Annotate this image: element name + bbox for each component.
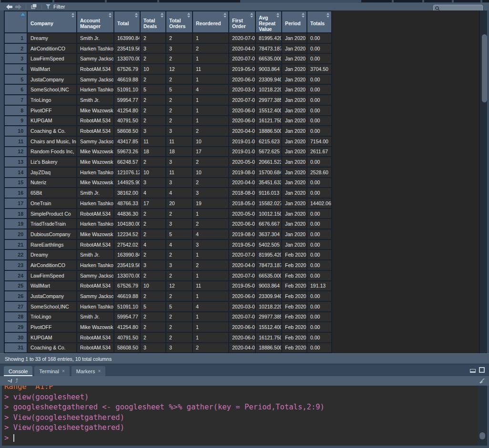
table-cell: Harken Tashkov xyxy=(77,168,114,177)
clear-console-icon[interactable] xyxy=(479,378,485,386)
toolbar-separator xyxy=(41,4,42,10)
table-cell: 0.00 xyxy=(307,54,332,63)
table-cell: SomeSchool,INC xyxy=(28,85,77,94)
table-cell: 2 xyxy=(141,229,166,239)
column-header-avg-repeat-value[interactable]: Avg Repeat Value xyxy=(256,11,282,32)
table-cell: 3704.50 xyxy=(307,64,332,74)
filter-button[interactable]: Filter xyxy=(46,4,65,10)
table-cell: 0.00 xyxy=(307,322,332,332)
table-cell: Feb 2020 xyxy=(282,322,307,332)
table-cell: 2 xyxy=(141,75,166,84)
table-cell: 9003.864 xyxy=(256,281,282,291)
table-cell: Smith Jr. xyxy=(77,95,114,105)
column-header-account-manager[interactable]: Account Manager xyxy=(77,11,114,32)
table-cell: 2 xyxy=(166,250,193,259)
table-cell: RobotAM.534 xyxy=(77,64,114,74)
table-cell: 12 xyxy=(166,281,193,291)
table-cell: Smith Jr. xyxy=(77,250,114,259)
table-cell: 20661.523 xyxy=(256,157,282,167)
tab-markers[interactable]: Markers× xyxy=(71,366,106,376)
table-cell: 6215.623 xyxy=(256,137,282,146)
table-cell: 15512.400 xyxy=(256,106,282,115)
table-cell: Harken Tashkov xyxy=(77,85,114,94)
console-line-text: > googlesheetgathered <- googlesheet %>%… xyxy=(4,403,325,411)
forward-icon[interactable] xyxy=(15,4,21,10)
table-cell: 66535.000 xyxy=(256,54,282,63)
table-cell: Feb 2020 xyxy=(282,343,307,353)
table-cell: 2020-07-01 xyxy=(229,95,256,105)
column-header-total-deals[interactable]: Total Deals xyxy=(141,11,166,32)
table-cell: 1 xyxy=(193,54,229,63)
column-header-first-order[interactable]: First Order xyxy=(229,11,256,32)
table-cell: Jan 2020 xyxy=(282,64,307,74)
working-directory-link[interactable]: ~/ xyxy=(8,378,12,384)
table-cell: 5 xyxy=(141,85,166,94)
tab-terminal[interactable]: Terminal× xyxy=(34,366,69,376)
table-cell: 3637.304 xyxy=(256,229,282,239)
column-header-company[interactable]: Company xyxy=(28,11,77,32)
status-bar: Showing 1 to 33 of 168 entries, 10 total… xyxy=(0,353,489,364)
back-icon[interactable] xyxy=(6,4,12,10)
table-cell: Chairs and Music, Inc. xyxy=(28,137,77,146)
console-header: ~/ ⤴ xyxy=(0,376,489,386)
table-cell: Jan 2020 xyxy=(282,147,307,157)
table-cell: 3 xyxy=(166,126,193,136)
table-cell: 40791.50 xyxy=(114,333,141,342)
table-cell: Sammy Jackson xyxy=(77,75,114,84)
table-cell: Mike Wazowski xyxy=(77,106,114,115)
table-cell: 1 xyxy=(193,250,229,259)
goto-directory-icon[interactable]: ⤴ xyxy=(15,378,18,384)
table-cell: 2 xyxy=(193,44,229,53)
table-cell: 2019-01-01 xyxy=(229,137,256,146)
table-cell: 3 xyxy=(193,188,229,198)
maximize-icon[interactable] xyxy=(479,367,485,373)
table-vertical-scrollbar[interactable] xyxy=(479,10,487,353)
table-cell: 4 xyxy=(193,229,229,239)
column-header-total-orders[interactable]: Total Orders xyxy=(166,11,193,32)
tab-close-icon[interactable]: × xyxy=(98,369,101,374)
open-in-new-window-icon[interactable] xyxy=(31,4,37,10)
console-scrollbar[interactable] xyxy=(478,386,487,446)
tab-console[interactable]: Console xyxy=(4,366,32,376)
table-cell: 1 xyxy=(193,271,229,280)
scrollbar-thumb[interactable] xyxy=(482,34,487,102)
table-cell: 2 xyxy=(141,54,166,63)
console-line-text: Range "A1:P" xyxy=(4,386,58,391)
console-line-text: > xyxy=(4,434,13,442)
table-cell: 2020-03-01 xyxy=(229,85,256,94)
table-cell: SimpleProduct Co xyxy=(28,209,77,219)
table-cell: 2020-04-01 xyxy=(229,126,256,136)
table-cell: 2020-07-01 xyxy=(229,33,256,43)
table-row: 7TrioLingoSmith Jr.59954.772212020-07-01… xyxy=(5,95,332,106)
table-cell: 48766.33 xyxy=(114,199,141,208)
table-cell: 2 xyxy=(141,219,166,229)
table-cell: 2 xyxy=(141,157,166,167)
table-cell: 1 xyxy=(193,209,229,219)
minimize-icon[interactable] xyxy=(470,369,476,373)
column-header-period[interactable]: Period xyxy=(282,11,307,32)
table-cell: 1 xyxy=(193,75,229,84)
console-scrollbar-thumb[interactable] xyxy=(479,432,485,439)
table-cell: 3 xyxy=(166,260,193,270)
column-header-total[interactable]: Total xyxy=(114,11,141,32)
table-cell: 10 xyxy=(193,168,229,177)
tab-label: Console xyxy=(9,368,28,374)
column-header-row-number[interactable] xyxy=(5,11,28,32)
table-row: 31Coaching & Co.RobotAM.53458608.5033220… xyxy=(5,343,332,353)
console-output: Range "A1:P"> view(googlesheet)> googles… xyxy=(2,386,487,446)
table-cell: 1 xyxy=(193,95,229,105)
table-cell: 2020-07-01 xyxy=(229,312,256,322)
table-cell: Jan 2020 xyxy=(282,240,307,249)
table-cell: JustaCompany xyxy=(28,291,77,301)
column-header-totals[interactable]: Totals xyxy=(307,11,332,32)
table-row: 24LawFirmSpeedSammy Jackson133070.002212… xyxy=(5,271,332,281)
row-number-cell: 12 xyxy=(5,147,28,157)
table-cell: 0.00 xyxy=(307,116,332,126)
row-number-cell: 28 xyxy=(5,312,28,322)
column-header-reordered[interactable]: Reordered xyxy=(193,11,229,32)
tab-close-icon[interactable]: × xyxy=(62,369,65,374)
table-cell: 38162.00 xyxy=(114,188,141,198)
table-cell: 20 xyxy=(166,199,193,208)
table-cell: 18 xyxy=(141,147,166,157)
table-cell: 10218.220 xyxy=(256,85,282,94)
